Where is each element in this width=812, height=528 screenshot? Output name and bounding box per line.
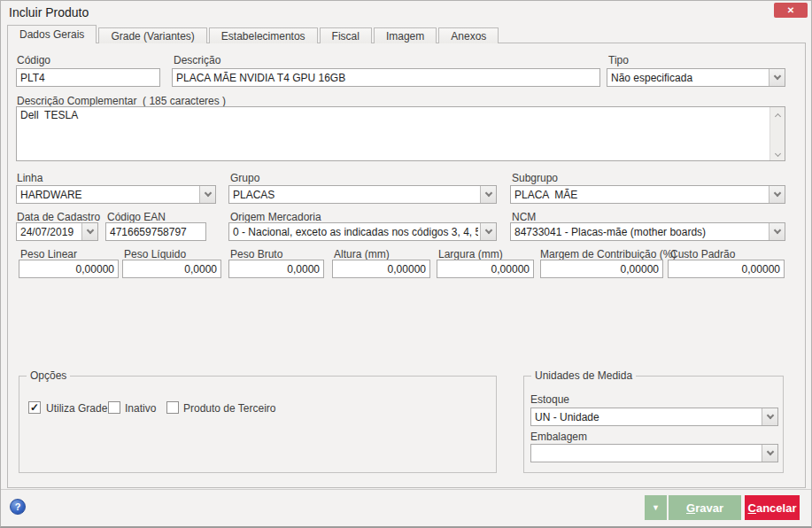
origem-mercadoria-value: 0 - Nacional, exceto as indicadas nos có… (233, 223, 478, 240)
textarea-scrollbar[interactable] (769, 107, 785, 160)
chevron-down-icon[interactable] (480, 223, 496, 240)
peso-linear-label: Peso Linear (20, 248, 77, 260)
grupo-value: PLACAS (233, 186, 478, 203)
chevron-down-icon[interactable] (769, 69, 785, 86)
embalagem-value (535, 445, 760, 462)
tipo-value: Não especificada (611, 69, 767, 86)
subgrupo-value: PLACA MÃE (514, 186, 767, 203)
incluir-produto-dialog: Incluir Produto ✕ Dados Gerais Grade (Va… (0, 0, 812, 528)
linha-label: Linha (17, 172, 43, 184)
ncm-select[interactable]: 84733041 - Placas-mãe (mother boards) (510, 222, 785, 241)
linha-value: HARDWARE (20, 186, 197, 203)
scroll-up-icon[interactable] (774, 113, 780, 120)
help-icon[interactable]: ? (10, 499, 26, 515)
estoque-label: Estoque (530, 393, 569, 406)
opcoes-legend: Opções (27, 369, 70, 382)
tab-grade-variantes[interactable]: Grade (Variantes) (98, 27, 206, 43)
tipo-label: Tipo (608, 54, 629, 66)
descricao-complementar-textarea[interactable]: Dell TESLA (17, 107, 769, 160)
custo-padrao-label: Custo Padrão (670, 248, 735, 260)
linha-select[interactable]: HARDWARE (16, 185, 216, 204)
help-glyph: ? (15, 501, 21, 512)
footer-separator (1, 489, 812, 490)
grupo-label: Grupo (230, 172, 259, 184)
origem-mercadoria-label: Origem Mercadoria (230, 211, 321, 223)
close-icon: ✕ (787, 5, 794, 15)
peso-liquido-input[interactable] (122, 260, 221, 278)
peso-bruto-input[interactable] (228, 260, 324, 278)
descricao-complementar-label: Descrição Complementar ( 185 caracteres … (17, 95, 226, 107)
dialog-title: Incluir Produto (9, 5, 89, 19)
grupo-select[interactable]: PLACAS (228, 185, 497, 204)
ncm-label: NCM (512, 211, 536, 223)
descricao-complementar-field: Dell TESLA (16, 106, 785, 161)
codigo-input[interactable] (16, 68, 160, 87)
data-cadastro-select[interactable]: 24/07/2019 (16, 222, 98, 241)
embalagem-select[interactable] (530, 444, 778, 462)
tab-imagem[interactable]: Imagem (374, 27, 437, 43)
subgrupo-select[interactable]: PLACA MÃE (510, 185, 785, 204)
altura-input[interactable] (332, 260, 430, 278)
tab-fiscal[interactable]: Fiscal (320, 27, 372, 43)
unidades-de-medida-legend: Unidades de Medida (531, 369, 636, 382)
tab-estabelecimentos[interactable]: Estabelecimentos (209, 27, 318, 43)
embalagem-label: Embalagem (530, 431, 587, 443)
cancelar-button[interactable]: Cancelar (745, 495, 800, 520)
inativo-label: Inativo (125, 402, 156, 415)
produto-de-terceiro-checkbox[interactable] (166, 401, 179, 414)
tab-dados-gerais[interactable]: Dados Gerais (7, 25, 97, 43)
chevron-down-icon[interactable] (762, 408, 777, 425)
gravar-button[interactable]: Gravar (669, 495, 741, 520)
inativo-checkbox[interactable] (108, 401, 120, 414)
descricao-label: Descrição (174, 54, 220, 66)
opcoes-groupbox: Opções (19, 369, 497, 473)
origem-mercadoria-select[interactable]: 0 - Nacional, exceto as indicadas nos có… (228, 222, 497, 241)
tab-bar: Dados Gerais Grade (Variantes) Estabelec… (7, 25, 500, 43)
chevron-down-icon[interactable] (480, 186, 496, 203)
chevron-down-icon[interactable] (769, 186, 785, 203)
dropdown-arrow-icon: ▼ (652, 503, 660, 512)
chevron-down-icon[interactable] (81, 223, 97, 240)
estoque-value: UN - Unidade (535, 408, 760, 425)
peso-bruto-label: Peso Bruto (230, 248, 282, 260)
ncm-value: 84733041 - Placas-mãe (mother boards) (514, 223, 767, 240)
margem-contribuicao-label: Margem de Contribuição (%) (540, 248, 676, 260)
codigo-ean-label: Código EAN (107, 211, 166, 223)
tab-anexos[interactable]: Anexos (438, 27, 499, 43)
gravar-options-button[interactable]: ▼ (645, 495, 667, 520)
subgrupo-label: Subgrupo (512, 172, 558, 184)
codigo-ean-input[interactable] (105, 222, 206, 241)
altura-label: Altura (mm) (334, 248, 390, 260)
margem-contribuicao-input[interactable] (540, 260, 663, 278)
data-cadastro-value: 24/07/2019 (20, 223, 80, 240)
produto-de-terceiro-label: Produto de Terceiro (183, 402, 276, 415)
scroll-down-icon[interactable] (774, 151, 780, 157)
custo-padrao-input[interactable] (668, 260, 785, 278)
largura-label: Largura (mm) (438, 248, 503, 260)
tipo-select[interactable]: Não especificada (607, 68, 785, 87)
peso-linear-input[interactable] (19, 260, 119, 278)
close-button[interactable]: ✕ (774, 3, 808, 18)
utiliza-grade-label: Utiliza Grade (46, 402, 107, 415)
chevron-down-icon[interactable] (199, 186, 215, 203)
largura-input[interactable] (437, 260, 534, 278)
chevron-down-icon[interactable] (769, 223, 785, 240)
peso-liquido-label: Peso Líquido (124, 248, 186, 260)
codigo-label: Código (17, 54, 50, 66)
descricao-input[interactable] (172, 68, 600, 87)
data-cadastro-label: Data de Cadastro (17, 211, 100, 223)
estoque-select[interactable]: UN - Unidade (530, 408, 778, 426)
chevron-down-icon[interactable] (762, 445, 777, 462)
utiliza-grade-checkbox[interactable]: ✓ (28, 401, 41, 414)
